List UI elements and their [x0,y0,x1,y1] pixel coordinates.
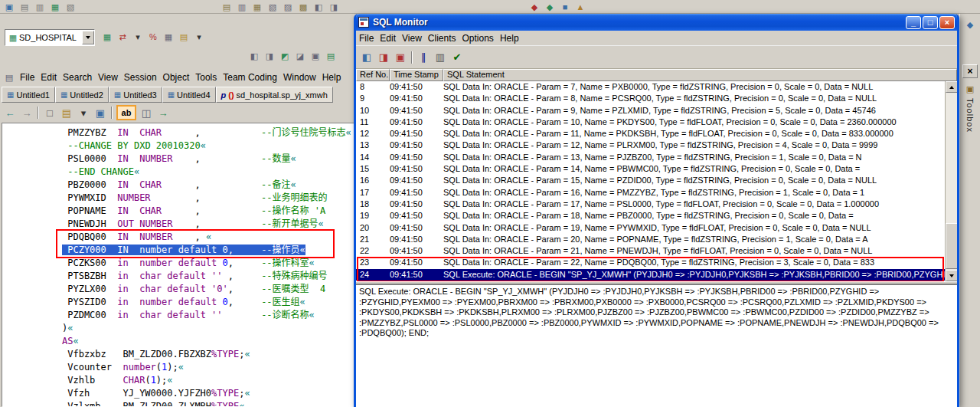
sql-log-row-16[interactable]: 1609:41:50SQL Data In: ORACLE - Param = … [356,175,957,186]
grid-icon[interactable]: ▦ [161,31,176,43]
monitor-save-icon[interactable]: ▣ [392,50,409,65]
toolbox-tab[interactable]: Toolbox [965,98,975,133]
ide-menu-tools[interactable]: Tools [192,70,220,85]
sqlmon-menu-view[interactable]: View [399,31,425,46]
paste-icon[interactable]: ▤ [219,1,234,13]
workspace-dropdown-button[interactable] [82,31,94,44]
dock-panel-icon[interactable]: ◆ [962,18,978,31]
sql-detail-pane[interactable]: SQL Execute: ORACLE - BEGIN "SP_YJ_XMWH"… [356,284,957,407]
layout-icon-4[interactable]: ◪ [292,50,308,62]
import-icon[interactable]: ◨ [326,1,341,13]
scroll-down-button[interactable] [946,270,957,281]
sql-log-row-10[interactable]: 1009:41:50SQL Data In: ORACLE - Param = … [356,105,957,117]
sql-log-row-19[interactable]: 1909:41:50SQL Data In: ORACLE - Param = … [356,210,957,222]
sqlmon-menu-options[interactable]: Options [459,31,497,46]
sql-log-row-11[interactable]: 1109:41:50SQL Data In: ORACLE - Param = … [356,117,957,128]
close-button[interactable]: × [939,16,955,29]
sqlmon-menu-file[interactable]: File [356,31,377,46]
toolbox-icon[interactable]: ▣ [962,83,978,95]
snippet-icon[interactable]: ▨ [280,1,296,13]
list-icon[interactable]: ▧ [63,1,78,13]
highlight-ab-button[interactable]: ab [116,105,136,120]
sqlmon-menu-help[interactable]: Help [497,31,522,46]
sql-log-row-12[interactable]: 1209:41:50SQL Data In: ORACLE - Param = … [356,128,957,139]
tab-untitled3[interactable]: ▦Untitled3 [109,87,162,103]
ide-menu-edit[interactable]: Edit [38,70,60,85]
ide-menu-help[interactable]: Help [319,70,345,85]
tool-gold-icon[interactable]: ▲ [573,1,588,13]
ide-menu-session[interactable]: Session [121,70,160,85]
paste-special-icon[interactable]: ▦ [250,1,265,13]
dropdown-arrow-icon-2[interactable]: ▾ [191,31,207,43]
sql-log-row-13[interactable]: 1309:41:50SQL Data In: ORACLE - Param = … [356,139,957,151]
new-file-icon[interactable]: □ [41,105,58,120]
split-view-icon[interactable]: ◫ [138,105,155,120]
sqlmon-menu-clients[interactable]: Clients [425,31,459,46]
dropdown-arrow-icon[interactable]: ▾ [130,31,145,43]
copy-special-icon[interactable]: ▧ [265,1,280,13]
scroll-thumb[interactable] [946,223,957,269]
ide-menu-team-coding[interactable]: Team Coding [220,70,280,85]
minimize-button[interactable]: _ [906,16,921,29]
save-icon[interactable]: ▣ [92,105,109,120]
tool-green-icon[interactable]: ◆ [542,1,557,13]
tab-untitled1[interactable]: ▦Untitled1 [2,87,55,103]
sql-log-row-24[interactable]: 2409:41:50SQL Execute: ORACLE - BEGIN "S… [356,269,957,281]
copy-icon[interactable]: ▥ [234,1,250,13]
vertical-scrollbar[interactable] [945,81,957,281]
workspace-combobox[interactable]: ▦ SD_HOSPITAL [5,29,95,46]
layout-icon-5[interactable]: ▣ [308,50,323,62]
scroll-up-button[interactable] [946,81,957,93]
sql-log-row-15[interactable]: 1509:41:50SQL Data In: ORACLE - Param = … [356,163,957,175]
sql-log-row-21[interactable]: 2109:41:50SQL Data In: ORACLE - Param = … [356,234,957,245]
grid-icon[interactable]: ▥ [32,1,47,13]
back-icon[interactable]: ← [2,105,18,120]
ide-menu-search[interactable]: Search [60,70,95,85]
sql-statement-list[interactable]: 809:41:50SQL Data In: ORACLE - Param = 7… [356,81,957,281]
run-icon[interactable]: → [155,105,172,120]
app-window-icon[interactable]: ▣ [2,1,17,13]
sql-log-row-14[interactable]: 1409:41:50SQL Data In: ORACLE - Param = … [356,152,957,163]
sql-log-row-18[interactable]: 1809:41:50SQL Data In: ORACLE - Param = … [356,199,957,210]
sql-log-row-8[interactable]: 809:41:50SQL Data In: ORACLE - Param = 7… [356,81,957,93]
template-icon[interactable]: ▩ [296,1,311,13]
dock-close-button[interactable]: × [962,64,978,78]
export-icon[interactable]: ◧ [311,1,326,13]
tab-stored-procedure[interactable]: p() sd_hospital.sp_yj_xmwh [216,87,333,103]
forward-icon[interactable]: → [18,105,35,120]
copy-icon[interactable]: ▥ [432,50,449,65]
layout-icon-1[interactable]: ◧ [247,50,262,62]
doc-icon[interactable]: ▤ [17,1,32,13]
tool-red-icon[interactable]: ◆ [527,1,542,13]
layout-icon-2[interactable]: ◨ [262,50,277,62]
sqlmon-menu-edit[interactable]: Edit [377,31,399,46]
sql-log-row-20[interactable]: 2009:41:50SQL Data In: ORACLE - Param = … [356,222,957,234]
folder-icon[interactable]: ▤ [176,31,191,43]
column-sql-statement[interactable]: SQL Statement [443,69,957,81]
monitor-start-icon[interactable]: ◧ [358,50,375,65]
column-ref-no[interactable]: Ref No. [356,69,390,81]
ide-menu-file[interactable]: File [17,70,38,85]
ide-menu-view[interactable]: View [95,70,121,85]
sql-monitor-titlebar[interactable]: SQL Monitor _□× [356,14,957,31]
column-time-stamp[interactable]: Time Stamp [390,69,443,81]
workspace-tree-icon[interactable]: ▦ [100,31,115,43]
sql-log-row-23[interactable]: 2309:41:50SQL Data In: ORACLE - Param = … [356,257,957,268]
open-file-icon[interactable]: ▤ [58,105,75,120]
layout-icon-3[interactable]: ◩ [277,50,292,62]
layout-icon-6[interactable]: ▤ [323,50,338,62]
percent-icon[interactable]: % [145,31,161,43]
tab-untitled2[interactable]: ▦Untitled2 [55,87,109,103]
maximize-button[interactable]: □ [923,16,938,29]
compare-icon[interactable]: ⇄ [115,31,130,43]
sql-log-row-17[interactable]: 1709:41:50SQL Data In: ORACLE - Param = … [356,187,957,199]
options-checklist-icon[interactable]: ✔ [449,50,466,65]
monitor-clear-icon[interactable]: ◨ [375,50,392,65]
open-dropdown-icon[interactable]: ▾ [75,105,92,120]
sql-log-row-9[interactable]: 909:41:50SQL Data In: ORACLE - Param = 8… [356,93,957,104]
tool-blue-icon[interactable]: ■ [557,1,573,13]
tree-icon[interactable]: ▦ [47,1,63,13]
tab-untitled4[interactable]: ▦Untitled4 [162,87,216,103]
ide-menu-window[interactable]: Window [280,70,319,85]
sql-log-row-22[interactable]: 2209:41:50SQL Data In: ORACLE - Param = … [356,245,957,257]
